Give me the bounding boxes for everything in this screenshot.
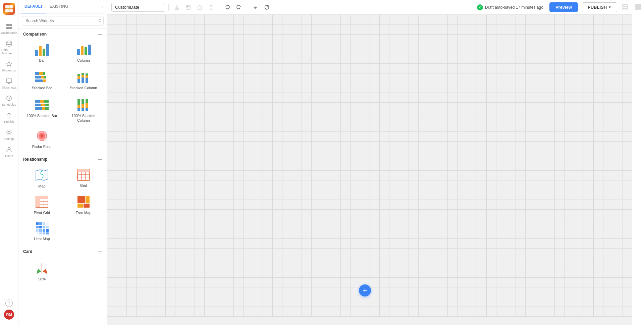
search-button[interactable]: ⚲	[98, 18, 102, 23]
svg-rect-18	[44, 76, 46, 78]
sidebar-item-slideshows[interactable]: Slideshows	[0, 75, 18, 92]
svg-point-98	[177, 8, 179, 9]
help-button[interactable]: ?	[5, 300, 13, 307]
toolbar-sep-2	[219, 4, 219, 11]
canvas-grid: +	[107, 15, 632, 317]
main-area: ✓ Draft auto-saved 17 minutes ago Previe…	[107, 0, 632, 325]
filter-button[interactable]	[251, 3, 260, 12]
autosave-badge: ✓ Draft auto-saved 17 minutes ago	[477, 4, 543, 10]
svg-rect-68	[36, 196, 40, 199]
svg-rect-24	[82, 77, 84, 83]
refresh-button[interactable]	[262, 3, 271, 12]
delete-button[interactable]	[206, 3, 216, 12]
dashboards-label: Dashboards	[1, 31, 17, 35]
widget-pivot-grid[interactable]: Pivot Grid	[21, 192, 63, 218]
svg-rect-20	[43, 79, 46, 82]
svg-rect-73	[44, 196, 48, 199]
sidebar-item-settings[interactable]: Settings	[0, 126, 18, 143]
cut-button[interactable]	[172, 3, 181, 12]
widget-stacked-column[interactable]: Stacked Column	[63, 66, 104, 94]
panel-close-button[interactable]: ‹	[100, 2, 104, 11]
sidebar-item-pinboards[interactable]: Pinboards	[0, 58, 18, 75]
widgets-search-area: ⚲	[18, 13, 107, 29]
svg-rect-70	[36, 202, 40, 204]
svg-rect-16	[35, 76, 41, 78]
publish-dropdown-icon[interactable]: ▼	[608, 5, 611, 9]
svg-rect-86	[36, 229, 39, 232]
svg-rect-45	[86, 108, 88, 111]
widget-card-placeholder-1[interactable]: 50%	[21, 257, 63, 285]
widget-heat-map[interactable]: Heat Map	[21, 218, 63, 245]
card-collapse-button[interactable]: —	[98, 249, 102, 254]
svg-rect-43	[82, 104, 84, 108]
undo-button[interactable]	[223, 3, 232, 12]
right-panel-settings-button[interactable]	[634, 3, 643, 11]
stacked-column-label: Stacked Column	[70, 86, 97, 90]
svg-rect-19	[35, 79, 43, 82]
pivot-grid-icon	[35, 196, 49, 208]
sidebar-item-data-sources[interactable]: Data Sources	[0, 37, 18, 58]
svg-rect-12	[88, 45, 91, 55]
svg-rect-33	[35, 104, 41, 106]
stacked-bar-label: Stacked Bar	[32, 86, 52, 90]
widget-radar-polar[interactable]: Radar Polar	[21, 126, 63, 152]
svg-rect-28	[86, 75, 88, 78]
tab-existing[interactable]: EXISTING	[46, 0, 71, 13]
svg-rect-82	[36, 226, 39, 228]
relationship-collapse-button[interactable]: —	[98, 157, 102, 162]
paste-button[interactable]	[195, 3, 204, 12]
widget-100pct-stacked-bar[interactable]: 100% Stacked Bar	[21, 94, 63, 126]
redo-button[interactable]	[234, 3, 244, 12]
preview-button[interactable]: Preview	[549, 2, 578, 12]
data-sources-label: Data Sources	[1, 48, 17, 55]
data-sources-icon	[5, 40, 13, 47]
sidebar-item-publish[interactable]: Publish	[0, 109, 18, 126]
radar-polar-icon	[35, 129, 49, 142]
widget-stacked-bar[interactable]: Stacked Bar	[21, 66, 63, 94]
search-input[interactable]	[22, 16, 104, 25]
widget-100pct-stacked-column[interactable]: 100% Stacked Column	[63, 94, 104, 126]
widget-map[interactable]: Map	[21, 165, 63, 192]
column-chart-icon	[75, 43, 92, 56]
comparison-collapse-button[interactable]: —	[98, 32, 102, 37]
tree-map-icon	[77, 196, 90, 208]
user-avatar[interactable]: RM	[4, 310, 14, 320]
svg-rect-109	[622, 9, 628, 10]
svg-rect-61	[86, 169, 90, 172]
svg-rect-25	[82, 75, 84, 77]
sidebar-item-users[interactable]: Users	[0, 143, 18, 160]
widgets-panel: DEFAULT EXISTING ‹ ⚲ Comparison — Bar	[18, 0, 107, 325]
widget-bar[interactable]: Bar	[21, 40, 63, 66]
widget-grid[interactable]: Grid	[63, 165, 104, 192]
tree-map-label: Tree Map	[76, 210, 92, 215]
publish-button[interactable]: PUBLISH ▼	[582, 2, 617, 12]
stacked-column-icon	[75, 69, 92, 84]
svg-rect-13	[35, 72, 39, 75]
title-input[interactable]	[111, 3, 165, 12]
heat-map-label: Heat Map	[34, 236, 50, 241]
svg-rect-72	[40, 196, 44, 199]
top-settings-icon[interactable]	[622, 4, 628, 10]
svg-rect-90	[36, 232, 39, 234]
toolbar-sep-3	[247, 4, 247, 11]
svg-point-97	[175, 8, 177, 9]
sidebar-item-schedules[interactable]: Schedules	[0, 92, 18, 109]
widget-tree-map[interactable]: Tree Map	[63, 192, 104, 218]
canvas-area[interactable]: +	[107, 15, 632, 325]
card-section-header: Card —	[18, 246, 107, 256]
bar-chart-icon	[34, 43, 50, 56]
svg-rect-1	[9, 24, 12, 26]
widget-column[interactable]: Column	[63, 40, 104, 66]
add-widget-button[interactable]: +	[359, 284, 371, 296]
tab-default[interactable]: DEFAULT	[21, 0, 46, 13]
sidebar-item-dashboards[interactable]: Dashboards	[0, 20, 18, 37]
autosave-text: Draft auto-saved 17 minutes ago	[485, 5, 543, 10]
100pct-stacked-column-icon	[75, 97, 92, 111]
svg-rect-89	[46, 229, 49, 232]
comparison-label: Comparison	[23, 32, 47, 37]
svg-rect-9	[77, 49, 80, 55]
svg-rect-108	[622, 7, 628, 8]
dashboard-title-field[interactable]	[111, 3, 165, 12]
100pct-stacked-bar-label: 100% Stacked Bar	[26, 113, 57, 118]
copy-button[interactable]	[183, 3, 193, 12]
